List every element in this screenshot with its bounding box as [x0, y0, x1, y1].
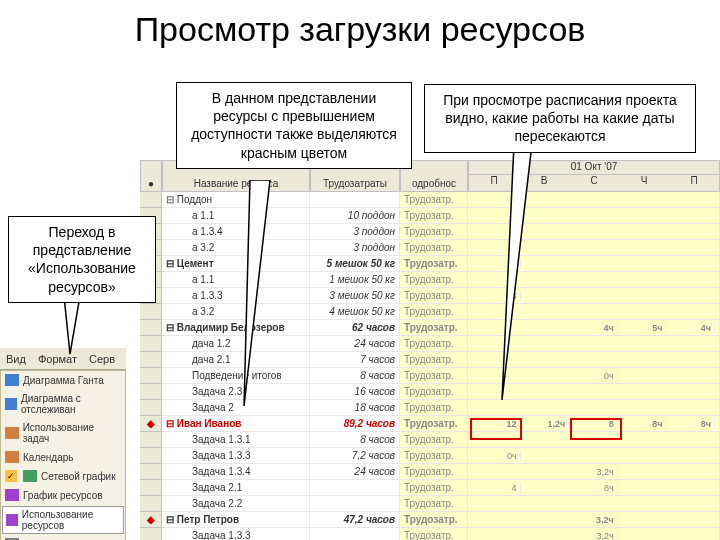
- cell-work[interactable]: 8 часов: [310, 368, 400, 384]
- viewbar-label: Сетевой график: [41, 471, 116, 482]
- cell-work[interactable]: [310, 528, 400, 540]
- cell-name[interactable]: Задача 2.1: [162, 480, 310, 496]
- cell-name[interactable]: а 1.3.3: [162, 288, 310, 304]
- cell-name[interactable]: Задача 2: [162, 400, 310, 416]
- table-row[interactable]: ⊟ Владимир Белозеров62 часовТрудозатр.4ч…: [140, 320, 720, 336]
- cell-work[interactable]: [310, 192, 400, 208]
- menu-service[interactable]: Серв: [89, 353, 115, 365]
- viewbar-label: Использование ресурсов: [22, 509, 120, 531]
- cell-work[interactable]: 47,2 часов: [310, 512, 400, 528]
- cell-name[interactable]: ⊟ Цемент: [162, 256, 310, 272]
- cell-work[interactable]: [310, 480, 400, 496]
- viewbar: Диаграмма ГантаДиаграмма с отслеживанИсп…: [0, 370, 126, 540]
- table-row[interactable]: а 1.110 поддонТрудозатр.: [140, 208, 720, 224]
- table-row[interactable]: Задача 1.3.424 часовТрудозатр.3,2ч: [140, 464, 720, 480]
- cell-name[interactable]: а 1.1: [162, 208, 310, 224]
- viewbar-label: Использование задач: [23, 422, 121, 444]
- row-indicator-icon: ◆: [140, 416, 162, 432]
- cell-work[interactable]: 4 мешок 50 кг: [310, 304, 400, 320]
- viewbar-label: График ресурсов: [23, 490, 103, 501]
- row-indicator-icon: [140, 352, 162, 368]
- cell-detail: Трудозатр.: [400, 480, 468, 496]
- viewbar-item-1[interactable]: Диаграмма с отслеживан: [1, 390, 125, 419]
- table-row[interactable]: а 3.23 поддонТрудозатр.: [140, 240, 720, 256]
- table-row[interactable]: Задача 2.316 часовТрудозатр.: [140, 384, 720, 400]
- table-row[interactable]: ⊟ ПоддонТрудозатр.: [140, 192, 720, 208]
- cell-detail: Трудозатр.: [400, 464, 468, 480]
- cell-work[interactable]: 16 часов: [310, 384, 400, 400]
- cell-name[interactable]: а 1.1: [162, 272, 310, 288]
- cell-name[interactable]: а 3.2: [162, 304, 310, 320]
- table-row[interactable]: ⊟ Цемент5 мешок 50 кгТрудозатр.3: [140, 256, 720, 272]
- cell-work[interactable]: 7,2 часов: [310, 448, 400, 464]
- cell-work[interactable]: 3 поддон: [310, 240, 400, 256]
- cell-timeline: [468, 496, 720, 512]
- cell-work[interactable]: 1 мешок 50 кг: [310, 272, 400, 288]
- table-row[interactable]: Задача 1.3.18 часовТрудозатр.: [140, 432, 720, 448]
- cell-work[interactable]: 3 мешок 50 кг: [310, 288, 400, 304]
- cell-name[interactable]: ⊟ Владимир Белозеров: [162, 320, 310, 336]
- table-row[interactable]: ◆⊟ Петр Петров47,2 часовТрудозатр.3,2ч: [140, 512, 720, 528]
- menu-view[interactable]: Вид: [6, 353, 26, 365]
- table-row[interactable]: Задача 1.3.3Трудозатр.3,2ч: [140, 528, 720, 540]
- viewbar-item-5[interactable]: График ресурсов: [1, 486, 125, 505]
- table-row[interactable]: а 1.3.43 поддонТрудозатр.: [140, 224, 720, 240]
- cell-timeline: 48ч: [468, 480, 720, 496]
- viewbar-item-7[interactable]: Лист ресурсов: [1, 535, 125, 540]
- row-indicator-icon: ◆: [140, 512, 162, 528]
- cell-work[interactable]: 5 мешок 50 кг: [310, 256, 400, 272]
- cell-name[interactable]: Задача 1.3.1: [162, 432, 310, 448]
- cell-work[interactable]: 24 часов: [310, 336, 400, 352]
- table-row[interactable]: а 1.3.33 мешок 50 кгТрудозатр.3: [140, 288, 720, 304]
- cell-name[interactable]: Задача 1.3.4: [162, 464, 310, 480]
- table-row[interactable]: дача 2.17 часовТрудозатр.: [140, 352, 720, 368]
- viewbar-item-6[interactable]: Использование ресурсов: [2, 506, 124, 534]
- cell-work[interactable]: 10 поддон: [310, 208, 400, 224]
- cell-work[interactable]: 18 часов: [310, 400, 400, 416]
- cell-name[interactable]: дача 2.1: [162, 352, 310, 368]
- cell-work[interactable]: 24 часов: [310, 464, 400, 480]
- cell-name[interactable]: а 1.3.4: [162, 224, 310, 240]
- table-row[interactable]: а 1.11 мешок 50 кгТрудозатр.: [140, 272, 720, 288]
- cell-name[interactable]: ⊟ Иван Иванов: [162, 416, 310, 432]
- cell-work[interactable]: 89,2 часов: [310, 416, 400, 432]
- row-indicator-icon: [140, 400, 162, 416]
- table-row[interactable]: Задача 2.1Трудозатр.48ч: [140, 480, 720, 496]
- row-indicator-icon: [140, 448, 162, 464]
- viewbar-item-3[interactable]: Календарь: [1, 448, 125, 467]
- cell-name[interactable]: Задача 2.3: [162, 384, 310, 400]
- row-indicator-icon: [140, 384, 162, 400]
- cell-work[interactable]: 62 часов: [310, 320, 400, 336]
- table-row[interactable]: а 3.24 мешок 50 кгТрудозатр.: [140, 304, 720, 320]
- cell-name[interactable]: Задача 1.3.3: [162, 528, 310, 540]
- cell-timeline: 3,2ч: [468, 528, 720, 540]
- row-indicator-icon: [140, 368, 162, 384]
- cell-name[interactable]: Подведение итогов: [162, 368, 310, 384]
- cell-name[interactable]: ⊟ Поддон: [162, 192, 310, 208]
- cell-work[interactable]: [310, 496, 400, 512]
- table-row[interactable]: Подведение итогов8 часовТрудозатр.0ч: [140, 368, 720, 384]
- table-row[interactable]: дача 1.224 часовТрудозатр.: [140, 336, 720, 352]
- cell-detail: Трудозатр.: [400, 448, 468, 464]
- viewbar-item-2[interactable]: Использование задач: [1, 419, 125, 448]
- row-indicator-icon: [140, 496, 162, 512]
- cell-detail: Трудозатр.: [400, 368, 468, 384]
- cell-work[interactable]: 7 часов: [310, 352, 400, 368]
- cell-name[interactable]: дача 1.2: [162, 336, 310, 352]
- cell-detail: Трудозатр.: [400, 272, 468, 288]
- cell-name[interactable]: Задача 1.3.3: [162, 448, 310, 464]
- cell-name[interactable]: Задача 2.2: [162, 496, 310, 512]
- cell-name[interactable]: а 3.2: [162, 240, 310, 256]
- viewbar-item-4[interactable]: ✓Сетевой график: [1, 467, 125, 486]
- table-row[interactable]: Задача 1.3.37,2 часовТрудозатр.0ч: [140, 448, 720, 464]
- table-row[interactable]: Задача 2.2Трудозатр.: [140, 496, 720, 512]
- overallocation-marker-1: [470, 418, 522, 440]
- table-row[interactable]: Задача 218 часовТрудозатр.: [140, 400, 720, 416]
- cell-name[interactable]: ⊟ Петр Петров: [162, 512, 310, 528]
- table-row[interactable]: ◆⊟ Иван Иванов89,2 часовТрудозатр.121,2ч…: [140, 416, 720, 432]
- callout-left: Переход в представление «Использование р…: [8, 216, 156, 303]
- viewbar-item-0[interactable]: Диаграмма Ганта: [1, 371, 125, 390]
- cell-work[interactable]: 3 поддон: [310, 224, 400, 240]
- cell-work[interactable]: 8 часов: [310, 432, 400, 448]
- grid-body: ⊟ ПоддонТрудозатр.а 1.110 поддонТрудозат…: [140, 192, 720, 540]
